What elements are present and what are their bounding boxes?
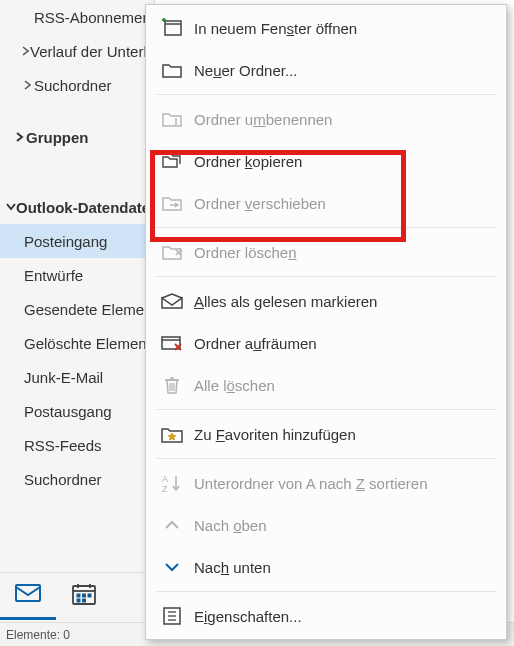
mark-read-icon <box>158 293 186 309</box>
menu-add-to-favorites[interactable]: Zu Favoriten hinzufügen <box>146 413 506 455</box>
tree-item-junk[interactable]: Junk-E-Mail <box>0 360 154 394</box>
tree-item-entwuerfe[interactable]: Entwürfe <box>0 258 154 292</box>
menu-label: In neuem Fenster öffnen <box>186 20 357 37</box>
menu-label: Ordner aufräumen <box>186 335 317 352</box>
menu-copy-folder[interactable]: Ordner kopieren <box>146 140 506 182</box>
tree-item-suchordner-1[interactable]: Suchordner <box>0 68 154 102</box>
rename-folder-icon <box>158 111 186 127</box>
menu-move-down[interactable]: Nach unten <box>146 546 506 588</box>
tree-section-datafile[interactable]: Outlook-Datendatei <box>0 190 154 224</box>
tree-section-gruppen[interactable]: Gruppen <box>0 120 154 154</box>
tree-item-rss[interactable]: RSS-Abonnements <box>0 0 154 34</box>
menu-move-folder: Ordner verschieben <box>146 182 506 224</box>
nav-mail-button[interactable] <box>0 571 56 620</box>
tree-label: Outlook-Datendatei <box>16 199 154 216</box>
tree-label: Suchordner <box>24 471 102 488</box>
tree-label: Junk-E-Mail <box>24 369 103 386</box>
tree-label: Gruppen <box>26 129 89 146</box>
properties-icon <box>158 607 186 625</box>
svg-rect-5 <box>77 594 80 597</box>
delete-folder-icon <box>158 244 186 260</box>
menu-delete-folder: Ordner löschen <box>146 231 506 273</box>
chevron-down-icon <box>158 562 186 572</box>
menu-label: Alle löschen <box>186 377 275 394</box>
folder-pane: RSS-Abonnements Verlauf der Unterhaltung… <box>0 0 155 646</box>
svg-rect-7 <box>88 594 91 597</box>
menu-label: Nach unten <box>186 559 271 576</box>
svg-text:A: A <box>162 474 168 484</box>
sort-az-icon: AZ <box>158 474 186 492</box>
svg-rect-0 <box>16 585 40 601</box>
calendar-icon <box>72 583 96 608</box>
menu-label: Nach oben <box>186 517 267 534</box>
tree-label: Gesendete Elemente <box>24 301 154 318</box>
menu-cleanup-folder[interactable]: Ordner aufräumen <box>146 322 506 364</box>
tree-item-posteingang[interactable]: Posteingang <box>0 224 154 258</box>
menu-label: Zu Favoriten hinzufügen <box>186 426 356 443</box>
menu-label: Ordner kopieren <box>186 153 302 170</box>
menu-separator <box>156 276 496 277</box>
tree-item-gesendete[interactable]: Gesendete Elemente <box>0 292 154 326</box>
open-window-icon <box>158 20 186 36</box>
svg-rect-10 <box>165 21 181 35</box>
nav-bar <box>0 572 155 618</box>
status-elements: Elemente: 0 <box>6 628 70 642</box>
context-menu: In neuem Fenster öffnen Neuer Ordner... … <box>145 4 507 640</box>
tree-label: Entwürfe <box>24 267 83 284</box>
nav-calendar-button[interactable] <box>56 573 112 619</box>
menu-separator <box>156 591 496 592</box>
tree-label: Suchordner <box>34 77 112 94</box>
svg-rect-9 <box>83 599 86 602</box>
chevron-right-icon <box>22 80 34 90</box>
chevron-right-icon <box>14 132 26 142</box>
tree-item-suchordner-2[interactable]: Suchordner <box>0 462 154 496</box>
trash-icon <box>158 376 186 394</box>
tree-item-rssfeeds[interactable]: RSS-Feeds <box>0 428 154 462</box>
tree-item-postausgang[interactable]: Postausgang <box>0 394 154 428</box>
tree-label: Postausgang <box>24 403 112 420</box>
mail-icon <box>15 584 41 605</box>
menu-label: Neuer Ordner... <box>186 62 297 79</box>
menu-label: Ordner umbenennen <box>186 111 332 128</box>
tree-item-geloeschte[interactable]: Gelöschte Elemente <box>0 326 154 360</box>
menu-label: Alles als gelesen markieren <box>186 293 377 310</box>
tree-item-verlauf[interactable]: Verlauf der Unterhaltungen <box>0 34 154 68</box>
menu-label: Ordner löschen <box>186 244 297 261</box>
menu-separator <box>156 94 496 95</box>
svg-text:Z: Z <box>162 484 168 494</box>
svg-rect-6 <box>83 594 86 597</box>
tree-label: Posteingang <box>24 233 107 250</box>
menu-open-new-window[interactable]: In neuem Fenster öffnen <box>146 7 506 49</box>
tree-label: RSS-Feeds <box>24 437 102 454</box>
menu-sort-az: AZ Unterordner von A nach Z sortieren <box>146 462 506 504</box>
cleanup-folder-icon <box>158 335 186 351</box>
menu-new-folder[interactable]: Neuer Ordner... <box>146 49 506 91</box>
tree-label: Gelöschte Elemente <box>24 335 154 352</box>
move-folder-icon <box>158 195 186 211</box>
favorite-folder-icon <box>158 425 186 443</box>
menu-separator <box>156 409 496 410</box>
menu-delete-all: Alle löschen <box>146 364 506 406</box>
menu-label: Ordner verschieben <box>186 195 326 212</box>
new-folder-icon <box>158 62 186 78</box>
chevron-up-icon <box>158 520 186 530</box>
tree-label: RSS-Abonnements <box>34 9 154 26</box>
menu-label: Unterordner von A nach Z sortieren <box>186 475 427 492</box>
chevron-right-icon <box>22 46 30 56</box>
chevron-down-icon <box>6 203 16 211</box>
menu-separator <box>156 227 496 228</box>
menu-separator <box>156 458 496 459</box>
menu-move-up: Nach oben <box>146 504 506 546</box>
menu-mark-all-read[interactable]: Alles als gelesen markieren <box>146 280 506 322</box>
menu-rename-folder: Ordner umbenennen <box>146 98 506 140</box>
menu-properties[interactable]: Eigenschaften... <box>146 595 506 637</box>
tree-label: Verlauf der Unterhaltungen <box>30 43 154 60</box>
svg-rect-8 <box>77 599 80 602</box>
menu-label: Eigenschaften... <box>186 608 302 625</box>
copy-folder-icon <box>158 152 186 170</box>
